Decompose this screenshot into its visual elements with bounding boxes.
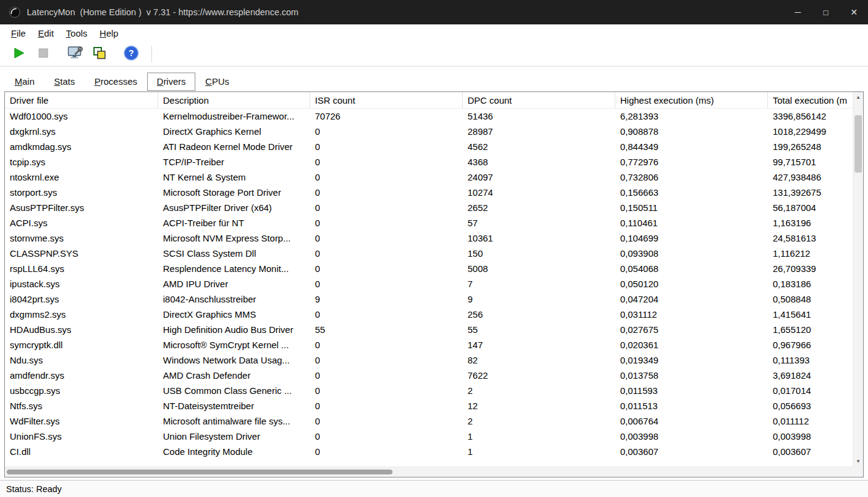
table-header-row: Driver fileDescriptionISR countDPC count… xyxy=(5,92,863,109)
column-header[interactable]: Description xyxy=(158,92,310,108)
table-cell: Resplendence Latency Monit... xyxy=(158,263,310,274)
table-cell: 0 xyxy=(310,385,463,396)
vertical-scroll-thumb[interactable] xyxy=(855,115,862,173)
menu-item-file[interactable]: File xyxy=(5,26,32,40)
table-row[interactable]: tcpip.sysTCP/IP-Treiber043680,77297699,7… xyxy=(5,154,863,170)
table-cell: 3396,856142 xyxy=(768,111,864,121)
status-bar: Status: Ready xyxy=(0,480,868,497)
table-cell: Microsoft NVM Express Storp... xyxy=(158,233,310,243)
scroll-up-arrow-icon[interactable]: ▲ xyxy=(853,92,863,102)
table-cell: 131,392675 xyxy=(768,187,864,198)
horizontal-scrollbar[interactable] xyxy=(5,467,853,477)
table-cell: 0,013758 xyxy=(615,370,768,381)
table-cell: 82 xyxy=(463,355,615,365)
table-row[interactable]: Wdf01000.sysKernelmodustreiber-Framewor.… xyxy=(5,109,863,124)
column-header[interactable]: ISR count xyxy=(310,92,463,108)
table-row[interactable]: rspLLL64.sysResplendence Latency Monit..… xyxy=(5,261,863,276)
table-cell: Microsoft® SymCrypt Kernel ... xyxy=(158,340,310,350)
table-row[interactable]: amdkmdag.sysATI Radeon Kernel Mode Drive… xyxy=(5,139,863,154)
table-cell: 150 xyxy=(463,248,615,259)
table-cell: WdFilter.sys xyxy=(5,416,158,426)
scroll-down-arrow-icon[interactable]: ▼ xyxy=(853,456,863,467)
options-button[interactable] xyxy=(65,45,85,64)
table-cell: 2652 xyxy=(463,202,615,213)
table-cell: usbccgp.sys xyxy=(5,385,158,396)
table-row[interactable]: dxgkrnl.sysDirectX Graphics Kernel028987… xyxy=(5,124,863,139)
start-monitor-button[interactable] xyxy=(9,45,29,64)
table-cell: 0,183186 xyxy=(768,279,864,289)
table-row[interactable]: AsusPTPFilter.sysAsusPTPFilter Driver (x… xyxy=(5,200,863,215)
table-cell: AMD Crash Defender xyxy=(158,370,310,381)
vertical-scrollbar[interactable]: ▲ ▼ xyxy=(853,92,863,467)
column-header[interactable]: DPC count xyxy=(463,92,615,108)
table-cell: tcpip.sys xyxy=(5,157,158,167)
table-cell: 0,110461 xyxy=(615,218,768,228)
table-cell: AsusPTPFilter.sys xyxy=(5,202,158,213)
table-row[interactable]: ACPI.sysACPI-Treiber für NT0570,1104611,… xyxy=(5,215,863,231)
table-cell: 1 xyxy=(463,446,615,457)
horizontal-scroll-thumb[interactable] xyxy=(7,470,392,474)
table-row[interactable]: UnionFS.sysUnion Filesystem Driver010,00… xyxy=(5,429,863,444)
table-cell: Ndu.sys xyxy=(5,355,158,365)
table-row[interactable]: stornvme.sysMicrosoft NVM Express Storp.… xyxy=(5,231,863,246)
table-row[interactable]: ipustack.sysAMD IPU Driver070,0501200,18… xyxy=(5,276,863,291)
table-row[interactable]: CLASSPNP.SYSSCSI Class System Dll01500,0… xyxy=(5,246,863,261)
table-row[interactable]: dxgmms2.sysDirectX Graphics MMS02560,031… xyxy=(5,307,863,322)
column-header[interactable]: Total execution (m xyxy=(768,92,864,108)
column-header[interactable]: Highest execution (ms) xyxy=(615,92,768,108)
table-cell: i8042prt.sys xyxy=(5,294,158,304)
table-cell: 51436 xyxy=(463,111,615,121)
table-cell: 0,003998 xyxy=(615,431,768,442)
table-cell: Kernelmodustreiber-Framewor... xyxy=(158,111,310,121)
menu-item-help[interactable]: Help xyxy=(93,26,125,40)
table-cell: 0 xyxy=(310,157,463,167)
column-header[interactable]: Driver file xyxy=(5,92,158,108)
maximize-button[interactable]: □ xyxy=(812,0,840,24)
minimize-button[interactable]: ─ xyxy=(784,0,812,24)
tab-processes[interactable]: Processes xyxy=(85,73,147,91)
table-row[interactable]: i8042prt.sysi8042-Anschlusstreiber990,04… xyxy=(5,291,863,307)
tab-stats[interactable]: Stats xyxy=(45,73,85,91)
table-row[interactable]: symcryptk.dllMicrosoft® SymCrypt Kernel … xyxy=(5,337,863,352)
svg-text:?: ? xyxy=(129,48,134,58)
table-row[interactable]: usbccgp.sysUSB Common Class Generic ...0… xyxy=(5,383,863,398)
table-cell: Windows Network Data Usag... xyxy=(158,355,310,365)
table-cell: NT-Dateisystemtreiber xyxy=(158,401,310,411)
help-button[interactable]: ? xyxy=(121,45,142,64)
table-cell: 0 xyxy=(310,370,463,381)
table-cell: 0,156663 xyxy=(615,187,768,198)
table-cell: 0,017014 xyxy=(768,385,864,396)
table-cell: 0,844349 xyxy=(615,141,768,152)
table-cell: TCP/IP-Treiber xyxy=(158,157,310,167)
table-body: Wdf01000.sysKernelmodustreiber-Framewor.… xyxy=(5,109,863,459)
table-row[interactable]: WdFilter.sysMicrosoft antimalware file s… xyxy=(5,413,863,429)
table-cell: amdfendr.sys xyxy=(5,370,158,381)
tab-drivers[interactable]: Drivers xyxy=(147,73,196,91)
stop-icon xyxy=(37,46,50,62)
table-row[interactable]: CI.dllCode Integrity Module010,0036070,0… xyxy=(5,444,863,459)
close-button[interactable]: ✕ xyxy=(840,0,868,24)
report-button[interactable] xyxy=(89,45,110,64)
table-cell: 1,116212 xyxy=(768,248,864,259)
table-cell: 0 xyxy=(310,187,463,198)
table-cell: 70726 xyxy=(310,111,463,121)
table-cell: 0,908878 xyxy=(615,126,768,137)
table-cell: 2 xyxy=(463,416,615,426)
table-row[interactable]: Ndu.sysWindows Network Data Usag...0820,… xyxy=(5,352,863,368)
table-cell: Union Filesystem Driver xyxy=(158,431,310,442)
table-row[interactable]: storport.sysMicrosoft Storage Port Drive… xyxy=(5,185,863,200)
stop-monitor-button[interactable] xyxy=(33,45,54,64)
table-cell: 0,006764 xyxy=(615,416,768,426)
table-row[interactable]: ntoskrnl.exeNT Kernel & System0240970,73… xyxy=(5,170,863,185)
tab-cpus[interactable]: CPUs xyxy=(195,73,239,91)
table-cell: amdkmdag.sys xyxy=(5,141,158,152)
menu-item-edit[interactable]: Edit xyxy=(32,26,60,40)
table-cell: HDAudBus.sys xyxy=(5,324,158,335)
table-row[interactable]: Ntfs.sysNT-Dateisystemtreiber0120,011513… xyxy=(5,398,863,413)
table-row[interactable]: HDAudBus.sysHigh Definition Audio Bus Dr… xyxy=(5,322,863,337)
menu-item-tools[interactable]: Tools xyxy=(60,26,93,40)
drivers-table: Driver fileDescriptionISR countDPC count… xyxy=(4,91,864,477)
table-row[interactable]: amdfendr.sysAMD Crash Defender076220,013… xyxy=(5,368,863,383)
table-cell: 0 xyxy=(310,416,463,426)
tab-main[interactable]: Main xyxy=(5,73,45,91)
